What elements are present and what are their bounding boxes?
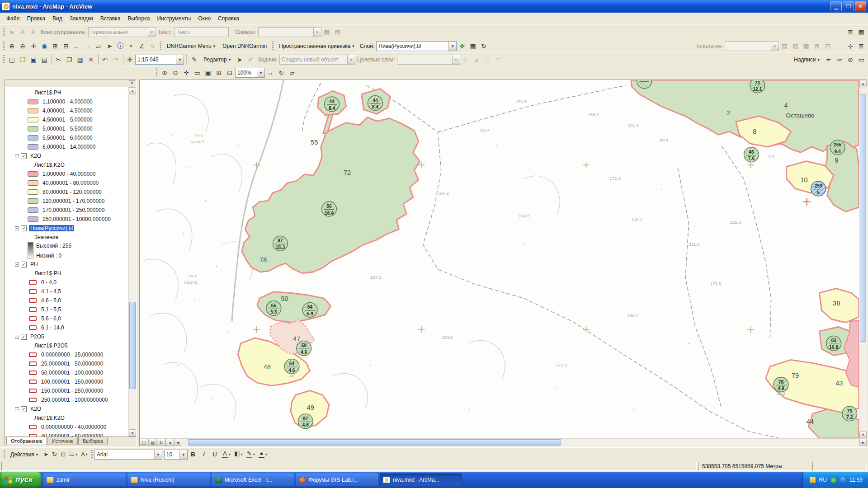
dropdown-arrow-icon[interactable]: ▾: [313, 28, 321, 37]
forward-extent-button[interactable]: →: [82, 41, 93, 52]
toc-item-label[interactable]: P2O5: [29, 333, 46, 340]
dropdown-arrow-icon[interactable]: ▾: [176, 55, 184, 64]
toc-item-label[interactable]: 100,000001 - 150,000000: [40, 379, 104, 385]
toc-item-label[interactable]: 250,000001 - 10000000000: [40, 397, 109, 403]
layout-view-button[interactable]: ▤: [148, 439, 157, 446]
select-elements-tool[interactable]: ➤: [104, 41, 115, 52]
target-layers-combo[interactable]: ▾: [397, 55, 460, 65]
toc-item-label[interactable]: 1,000000 - 40,000000: [41, 171, 97, 177]
editor-menu-button[interactable]: Редактор▾: [200, 55, 234, 65]
menu-item[interactable]: Файл: [3, 14, 24, 23]
toc-item-label[interactable]: 5,000001 - 5,500000: [41, 126, 94, 132]
layer-combo[interactable]: Нива(Руссичи).tif▾: [376, 41, 457, 51]
draft-mode-button[interactable]: ▱: [287, 67, 297, 78]
copy-button[interactable]: ❐: [64, 54, 75, 65]
dropdown-arrow-icon[interactable]: ▾: [448, 42, 456, 51]
scale-combo[interactable]: 1:15 045▾: [135, 55, 184, 65]
antivirus-tray-icon[interactable]: [830, 477, 836, 483]
layout-zoom-out-tool[interactable]: ⊖: [170, 67, 181, 78]
toc-item-label[interactable]: 5,6 - 6,0: [40, 315, 62, 322]
network-tray-icon[interactable]: [840, 477, 846, 483]
menu-item[interactable]: Правка: [24, 14, 49, 23]
toc-item-label[interactable]: 40,0000001 - 80,0000000: [40, 433, 104, 436]
sketch-tool[interactable]: ✐: [245, 54, 256, 65]
add-data-button[interactable]: ✚: [124, 54, 135, 65]
marker-color-button[interactable]: ● ▾: [257, 449, 269, 460]
underline-button[interactable]: U: [210, 450, 220, 460]
taskbar-button[interactable]: Форумы GIS-Lab.i...: [296, 474, 378, 486]
toc-item-label[interactable]: 4,1 - 4,5: [40, 288, 62, 295]
zoom-element-tool[interactable]: ⊡ ▾: [59, 449, 67, 460]
undo-button[interactable]: ↶: [99, 54, 110, 65]
scroll-right-icon[interactable]: ▶: [859, 439, 867, 446]
scroll-left-icon[interactable]: ◀: [174, 439, 181, 446]
map-canvas[interactable]: 171.6168.392.0101.198.4171.3162.4158.321…: [140, 80, 859, 438]
map-horizontal-scrollbar[interactable]: ◀ ▶: [174, 439, 867, 446]
toolbar-grip[interactable]: [3, 42, 5, 51]
redo-button[interactable]: ↷: [110, 54, 121, 65]
toc-item-label[interactable]: K2O: [29, 406, 42, 412]
topology-combo[interactable]: ▾: [725, 41, 779, 51]
update-tray-icon[interactable]: [810, 477, 816, 483]
snapping-window-button[interactable]: ⊹: [845, 41, 856, 52]
toc-item-label[interactable]: Лист1$.PH: [33, 89, 62, 96]
lock-labels-button[interactable]: ⊘: [845, 54, 856, 65]
toc-item-label[interactable]: Значение: [33, 234, 60, 240]
expand-collapse-icon[interactable]: −: [15, 154, 19, 158]
menu-item[interactable]: Инструменты: [153, 14, 194, 23]
scroll-down-icon[interactable]: ▼: [859, 431, 867, 438]
taskbar-button[interactable]: niva.mxd - ArcMa...: [380, 474, 462, 486]
expand-collapse-icon[interactable]: −: [15, 407, 19, 411]
menu-item[interactable]: Выборка: [124, 14, 153, 23]
toc-item-label[interactable]: 6,1 - 14,0: [40, 324, 66, 331]
curved-annotation-tool[interactable]: A: [28, 27, 39, 38]
toc-item-label[interactable]: PH: [29, 261, 39, 267]
zoom-whole-page-button[interactable]: ▭: [192, 67, 203, 78]
dropdown-arrow-icon[interactable]: ▾: [154, 450, 162, 459]
toc-item-label[interactable]: 0 - 4,0: [40, 279, 58, 286]
toolbar-grip[interactable]: [186, 55, 187, 64]
language-indicator[interactable]: RU: [819, 477, 827, 483]
data-view-button[interactable]: ▢: [140, 439, 148, 446]
back-extent-button[interactable]: ←: [71, 41, 82, 52]
toc-item-label[interactable]: 4,6 - 5,0: [40, 297, 62, 304]
cut-button[interactable]: ✂: [53, 54, 64, 65]
topology-tasks-button[interactable]: ⊡: [822, 41, 833, 52]
toc-item-label[interactable]: 0,000000000 - 40,0000000: [40, 424, 108, 430]
menu-item[interactable]: Справка: [214, 14, 243, 23]
tasks-combo[interactable]: Создать новый объект▾: [279, 55, 355, 65]
toc-item-label[interactable]: 1,100000 - 4,000000: [41, 99, 94, 105]
taskbar-button[interactable]: zamir: [43, 474, 126, 486]
annotation-symbol-button[interactable]: ▦: [321, 27, 332, 38]
toc-item-label[interactable]: 5,500001 - 6,000000: [41, 135, 94, 141]
maximize-button[interactable]: ❐: [843, 1, 854, 11]
toc-tab[interactable]: Отображение: [6, 437, 47, 445]
drawing-menu-button[interactable]: Действия▾: [7, 450, 42, 460]
font-color-button[interactable]: A ▾: [221, 449, 232, 460]
scroll-up-icon[interactable]: ▲: [129, 87, 136, 94]
toc-close-icon[interactable]: ×: [129, 80, 135, 86]
fill-color-button[interactable]: ◧ ▾: [233, 449, 244, 460]
layout-zoom-in-tool[interactable]: ⊕: [159, 67, 170, 78]
dropdown-arrow-icon[interactable]: ▾: [771, 42, 778, 51]
select-annotation-tool[interactable]: ➤: [6, 27, 17, 38]
layer-checkbox[interactable]: ✓: [21, 225, 27, 231]
annotation-text-input[interactable]: Текст: [175, 27, 229, 37]
toc-item-label[interactable]: Нива(Руссичи).tif: [29, 225, 74, 231]
label-manager-button[interactable]: ✒: [823, 54, 834, 65]
editor-pencil-icon[interactable]: ✎: [189, 54, 200, 65]
draw-text-tool[interactable]: A ▾: [80, 449, 89, 460]
toc-item-label[interactable]: Лист1$.K2O: [33, 415, 66, 421]
fixed-zoom-in-button[interactable]: ⊞: [50, 41, 61, 52]
clock[interactable]: 11:59: [849, 477, 863, 483]
fixed-zoom-out-button[interactable]: ⊟: [61, 41, 71, 52]
pan-tool[interactable]: ✛: [28, 41, 39, 52]
symbol-combo[interactable]: ▾: [258, 27, 321, 37]
layout-pan-tool[interactable]: ✛: [181, 67, 192, 78]
overflow-annotation-button[interactable]: ≣: [845, 27, 856, 38]
rotate-raster-tool[interactable]: ↻: [478, 41, 489, 52]
georeferencing-menu-button[interactable]: Пространственная привязка▾: [275, 41, 358, 51]
toolbar-grip[interactable]: [156, 68, 157, 77]
sketch-properties-button[interactable]: ≣: [856, 41, 867, 52]
toc-item-label[interactable]: 5,1 - 5,5: [40, 306, 62, 313]
